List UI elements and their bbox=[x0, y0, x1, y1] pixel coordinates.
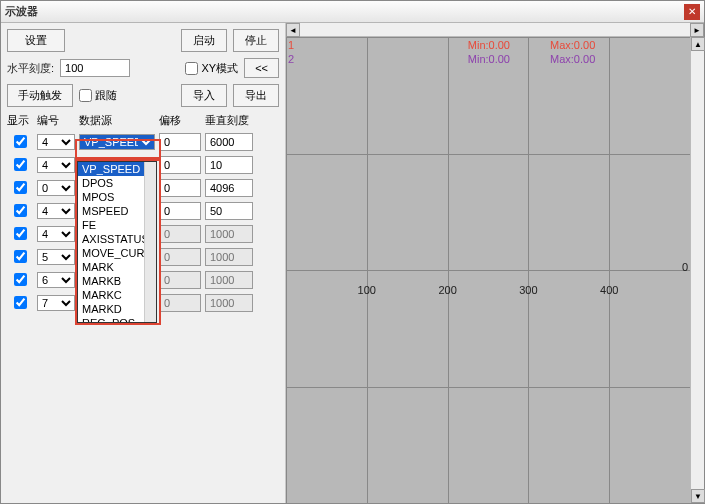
vscale-input[interactable] bbox=[205, 225, 253, 243]
gridline bbox=[286, 387, 690, 388]
trace-legend: Min:0.00Max:0.00 bbox=[468, 53, 595, 65]
show-checkbox[interactable] bbox=[14, 250, 27, 263]
gridline bbox=[286, 270, 690, 271]
scroll-up-icon[interactable]: ▲ bbox=[691, 37, 705, 51]
gridline bbox=[286, 154, 690, 155]
index-select[interactable]: 7 bbox=[37, 295, 75, 311]
trace-index: 2 bbox=[288, 53, 294, 65]
trace-index: 1 bbox=[288, 39, 294, 51]
index-select[interactable]: 4 bbox=[37, 157, 75, 173]
offset-input[interactable] bbox=[159, 179, 201, 197]
x-tick-label: 100 bbox=[358, 284, 376, 296]
show-checkbox[interactable] bbox=[14, 296, 27, 309]
x-tick-label: 400 bbox=[600, 284, 618, 296]
trace-max: Max:0.00 bbox=[550, 39, 595, 51]
plot-canvas[interactable]: 10020030040001Min:0.00Max:0.002Min:0.00M… bbox=[286, 37, 690, 503]
vscale-input[interactable] bbox=[205, 271, 253, 289]
offset-input[interactable] bbox=[159, 156, 201, 174]
export-button[interactable]: 导出 bbox=[233, 84, 279, 107]
offset-input[interactable] bbox=[159, 294, 201, 312]
vscale-input[interactable] bbox=[205, 248, 253, 266]
y-zero-label: 0 bbox=[682, 261, 688, 273]
index-select[interactable]: 5 bbox=[37, 249, 75, 265]
titlebar: 示波器 ✕ bbox=[1, 1, 704, 23]
scroll-right-icon[interactable]: ► bbox=[690, 23, 704, 37]
offset-input[interactable] bbox=[159, 225, 201, 243]
vscale-input[interactable] bbox=[205, 156, 253, 174]
index-select[interactable]: 4 bbox=[37, 134, 75, 150]
x-tick-label: 200 bbox=[438, 284, 456, 296]
plot-h-scrollbar[interactable]: ◄ ► bbox=[286, 23, 704, 37]
offset-input[interactable] bbox=[159, 248, 201, 266]
index-select[interactable]: 0 bbox=[37, 180, 75, 196]
trace-min: Min:0.00 bbox=[468, 39, 510, 51]
x-tick-label: 300 bbox=[519, 284, 537, 296]
start-button[interactable]: 启动 bbox=[181, 29, 227, 52]
show-checkbox[interactable] bbox=[14, 135, 27, 148]
source-dropdown-list[interactable]: VP_SPEEDDPOSMPOSMSPEEDFEAXISSTATUSMOVE_C… bbox=[77, 161, 157, 323]
channel-row: 4VP_SPEED bbox=[7, 132, 279, 151]
collapse-button[interactable]: << bbox=[244, 58, 279, 78]
source-select[interactable]: VP_SPEED bbox=[79, 134, 155, 150]
xy-mode-checkbox[interactable]: XY模式 bbox=[185, 61, 238, 76]
index-select[interactable]: 6 bbox=[37, 272, 75, 288]
scroll-down-icon[interactable]: ▼ bbox=[691, 489, 705, 503]
trace-min: Min:0.00 bbox=[468, 53, 510, 65]
control-panel: 设置 启动 停止 水平刻度: XY模式 << 手动触发 跟随 bbox=[1, 23, 286, 503]
plot-panel: ◄ ► 10020030040001Min:0.00Max:0.002Min:0… bbox=[286, 23, 704, 503]
close-icon[interactable]: ✕ bbox=[684, 4, 700, 20]
index-select[interactable]: 4 bbox=[37, 203, 75, 219]
settings-button[interactable]: 设置 bbox=[7, 29, 65, 52]
vscale-input[interactable] bbox=[205, 133, 253, 151]
show-checkbox[interactable] bbox=[14, 158, 27, 171]
manual-trigger-button[interactable]: 手动触发 bbox=[7, 84, 73, 107]
show-checkbox[interactable] bbox=[14, 273, 27, 286]
trace-legend: Min:0.00Max:0.00 bbox=[468, 39, 595, 51]
import-button[interactable]: 导入 bbox=[181, 84, 227, 107]
column-headers: 显示 编号 数据源 偏移 垂直刻度 bbox=[7, 113, 279, 128]
vscale-input[interactable] bbox=[205, 202, 253, 220]
oscilloscope-window: 示波器 ✕ 设置 启动 停止 水平刻度: XY模式 << 手动触发 bbox=[0, 0, 705, 504]
index-select[interactable]: 4 bbox=[37, 226, 75, 242]
stop-button[interactable]: 停止 bbox=[233, 29, 279, 52]
show-checkbox[interactable] bbox=[14, 204, 27, 217]
hscale-input[interactable] bbox=[60, 59, 130, 77]
vscale-input[interactable] bbox=[205, 179, 253, 197]
offset-input[interactable] bbox=[159, 271, 201, 289]
trace-max: Max:0.00 bbox=[550, 53, 595, 65]
scroll-left-icon[interactable]: ◄ bbox=[286, 23, 300, 37]
show-checkbox[interactable] bbox=[14, 181, 27, 194]
offset-input[interactable] bbox=[159, 202, 201, 220]
vscale-input[interactable] bbox=[205, 294, 253, 312]
plot-v-scrollbar[interactable]: ▲ ▼ bbox=[690, 37, 704, 503]
window-title: 示波器 bbox=[5, 4, 684, 19]
offset-input[interactable] bbox=[159, 133, 201, 151]
hscale-label: 水平刻度: bbox=[7, 61, 54, 76]
gridline bbox=[286, 37, 690, 38]
dropdown-scrollbar[interactable] bbox=[144, 162, 156, 322]
show-checkbox[interactable] bbox=[14, 227, 27, 240]
follow-checkbox[interactable]: 跟随 bbox=[79, 88, 117, 103]
